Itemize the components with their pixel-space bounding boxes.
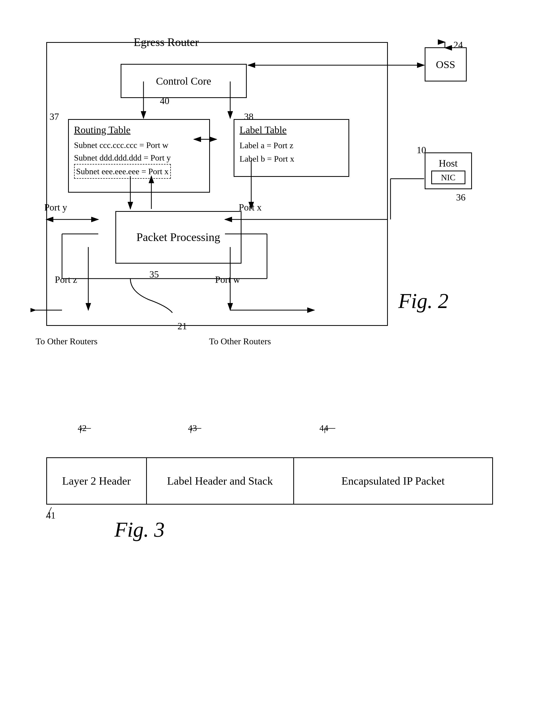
- packet-processing-box: Packet Processing: [115, 211, 242, 264]
- control-core-box: Control Core: [121, 64, 247, 98]
- routing-entry-2: Subnet ddd.ddd.ddd = Port y: [74, 151, 204, 164]
- port-z-label: Port z: [55, 274, 77, 285]
- ref-24: 24: [454, 39, 463, 50]
- label-table-box: Label Table Label a = Port z Label b = P…: [234, 119, 349, 177]
- routing-table-box: Routing Table Subnet ccc.ccc.ccc = Port …: [68, 119, 210, 193]
- egress-router-label: Egress Router: [134, 35, 199, 49]
- ref-43: 43: [188, 423, 197, 433]
- host-box: Host NIC: [425, 152, 472, 189]
- ref-41: 41: [46, 510, 56, 521]
- nic-box: NIC: [431, 171, 465, 184]
- ref-44: 44: [320, 423, 328, 433]
- fig3-label: Fig. 3: [115, 518, 165, 542]
- ref-21: 21: [178, 321, 187, 332]
- ref-42: 42: [78, 423, 87, 433]
- ref41-bracket-svg: [30, 502, 83, 523]
- fig2-label: Fig. 2: [398, 289, 449, 313]
- label-entry-1: Label a = Port z: [240, 139, 343, 152]
- label-table-title: Label Table: [240, 124, 343, 136]
- port-x-label: Port x: [239, 202, 262, 213]
- ref-10: 10: [417, 145, 426, 156]
- ref-37: 37: [50, 111, 59, 122]
- cell-label-header: Label Header and Stack: [147, 458, 294, 504]
- port-w-label: Port w: [215, 274, 240, 285]
- cell-encapsulated: Encapsulated IP Packet: [294, 458, 492, 504]
- fig2-diagram: Egress Router Control Core 40 37 Routing…: [30, 26, 530, 394]
- egress-router-box: Egress Router Control Core 40 37 Routing…: [46, 42, 388, 326]
- routing-entry-highlighted: Subnet eee.eee.eee = Port x: [74, 164, 204, 179]
- oss-label: OSS: [436, 58, 455, 71]
- packet-row: Layer 2 Header Label Header and Stack En…: [46, 457, 493, 505]
- to-other-routers-left: To Other Routers: [36, 336, 98, 346]
- nic-label: NIC: [441, 173, 455, 182]
- cell-layer2: Layer 2 Header: [47, 458, 147, 504]
- port-y-label: Port y: [44, 202, 67, 213]
- label-entry-2: Label b = Port x: [240, 152, 343, 166]
- ref-40: 40: [160, 95, 169, 106]
- page: { "fig2": { "egress_router_label": "Egre…: [0, 0, 560, 728]
- fig3-diagram: 42 43 44 Layer 2 Header Label Header and…: [30, 415, 530, 562]
- to-other-routers-right: To Other Routers: [209, 336, 271, 346]
- ref-36: 36: [456, 192, 466, 203]
- ref-35: 35: [150, 269, 159, 280]
- routing-entry-1: Subnet ccc.ccc.ccc = Port w: [74, 139, 204, 151]
- host-label: Host: [439, 157, 458, 169]
- control-core-label: Control Core: [156, 75, 211, 87]
- routing-table-title: Routing Table: [74, 124, 204, 136]
- packet-processing-label: Packet Processing: [136, 230, 220, 245]
- oss-box: OSS: [425, 47, 467, 81]
